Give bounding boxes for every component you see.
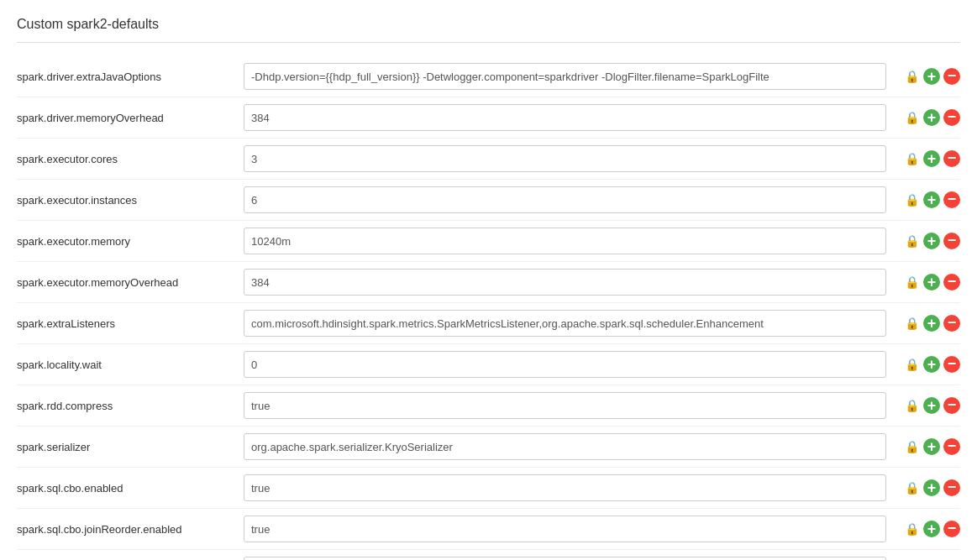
config-value-wrapper	[244, 392, 886, 419]
lock-icon: 🔒	[903, 481, 920, 495]
add-button[interactable]: +	[923, 397, 940, 414]
config-value-wrapper	[244, 557, 886, 560]
config-key: spark.driver.memoryOverhead	[17, 112, 244, 124]
config-value-wrapper	[244, 186, 886, 213]
lock-icon: 🔒	[903, 193, 920, 207]
table-row: spark.sql.cbo.enabled🔒+−	[17, 468, 960, 509]
config-key: spark.locality.wait	[17, 359, 244, 371]
config-value-input[interactable]	[244, 474, 886, 501]
remove-button[interactable]: −	[943, 356, 960, 373]
remove-button[interactable]: −	[943, 191, 960, 208]
config-value-wrapper	[244, 63, 886, 90]
config-actions: 🔒+−	[893, 274, 960, 290]
config-actions: 🔒+−	[893, 356, 960, 373]
add-button[interactable]: +	[923, 356, 940, 373]
config-value-input[interactable]	[244, 310, 886, 337]
config-key: spark.extraListeners	[17, 317, 244, 330]
config-actions: 🔒+−	[893, 438, 960, 455]
table-row: spark.driver.extraJavaOptions🔒+−	[17, 56, 960, 97]
config-actions: 🔒+−	[893, 191, 960, 208]
config-value-wrapper	[244, 474, 886, 501]
config-value-input[interactable]	[244, 145, 886, 172]
config-value-input[interactable]	[244, 392, 886, 419]
config-value-wrapper	[244, 269, 886, 296]
table-row: spark.executor.memoryOverhead🔒+−	[17, 262, 960, 303]
lock-icon: 🔒	[903, 152, 920, 165]
table-row: spark.sql.cbo.joinReorder.enabled🔒+−	[17, 509, 960, 550]
config-value-wrapper	[244, 310, 886, 337]
remove-button[interactable]: −	[943, 150, 960, 167]
lock-icon: 🔒	[903, 111, 920, 124]
config-value-input[interactable]	[244, 516, 886, 542]
config-key: spark.executor.instances	[17, 194, 244, 207]
config-value-input[interactable]	[244, 228, 886, 254]
remove-button[interactable]: −	[943, 438, 960, 455]
config-key: spark.serializer	[17, 441, 244, 453]
add-button[interactable]: +	[923, 191, 940, 208]
add-button[interactable]: +	[923, 274, 940, 290]
table-row: spark.serializer🔒+−	[17, 427, 960, 468]
remove-button[interactable]: −	[943, 397, 960, 414]
config-key: spark.executor.cores	[17, 153, 244, 165]
lock-icon: 🔒	[903, 234, 920, 248]
config-actions: 🔒+−	[893, 397, 960, 414]
config-actions: 🔒+−	[893, 479, 960, 496]
config-actions: 🔒+−	[893, 109, 960, 126]
config-value-wrapper	[244, 104, 886, 131]
table-row: spark.executor.instances🔒+−	[17, 180, 960, 221]
config-table: spark.driver.extraJavaOptions🔒+−spark.dr…	[17, 56, 960, 560]
add-button[interactable]: +	[923, 109, 940, 126]
add-button[interactable]: +	[923, 479, 940, 496]
config-value-wrapper	[244, 228, 886, 254]
add-button[interactable]: +	[923, 150, 940, 167]
config-value-wrapper	[244, 145, 886, 172]
table-row: spark.driver.memoryOverhead🔒+−	[17, 97, 960, 139]
table-row: spark.sql.crossJoin.enabled🔒+−	[17, 550, 960, 560]
config-actions: 🔒+−	[893, 521, 960, 537]
page-title: Custom spark2-defaults	[17, 17, 960, 43]
config-key: spark.rdd.compress	[17, 400, 244, 412]
remove-button[interactable]: −	[943, 274, 960, 290]
config-value-input[interactable]	[244, 269, 886, 296]
add-button[interactable]: +	[923, 315, 940, 332]
config-actions: 🔒+−	[893, 233, 960, 249]
config-key: spark.driver.extraJavaOptions	[17, 71, 244, 83]
config-value-input[interactable]	[244, 186, 886, 213]
config-value-input[interactable]	[244, 557, 886, 560]
config-actions: 🔒+−	[893, 150, 960, 167]
lock-icon: 🔒	[903, 399, 920, 412]
remove-button[interactable]: −	[943, 521, 960, 537]
config-value-input[interactable]	[244, 63, 886, 90]
add-button[interactable]: +	[923, 233, 940, 249]
remove-button[interactable]: −	[943, 233, 960, 249]
remove-button[interactable]: −	[943, 109, 960, 126]
config-actions: 🔒+−	[893, 315, 960, 332]
config-value-wrapper	[244, 516, 886, 542]
config-actions: 🔒+−	[893, 68, 960, 85]
remove-button[interactable]: −	[943, 479, 960, 496]
lock-icon: 🔒	[903, 317, 920, 330]
config-key: spark.sql.cbo.enabled	[17, 482, 244, 495]
add-button[interactable]: +	[923, 68, 940, 85]
remove-button[interactable]: −	[943, 315, 960, 332]
config-value-input[interactable]	[244, 433, 886, 460]
table-row: spark.locality.wait🔒+−	[17, 344, 960, 385]
config-key: spark.sql.cbo.joinReorder.enabled	[17, 523, 244, 536]
config-value-input[interactable]	[244, 104, 886, 131]
config-key: spark.executor.memoryOverhead	[17, 276, 244, 289]
add-button[interactable]: +	[923, 521, 940, 537]
table-row: spark.executor.cores🔒+−	[17, 139, 960, 180]
config-value-input[interactable]	[244, 351, 886, 378]
lock-icon: 🔒	[903, 440, 920, 453]
table-row: spark.executor.memory🔒+−	[17, 221, 960, 262]
config-value-wrapper	[244, 433, 886, 460]
lock-icon: 🔒	[903, 522, 920, 536]
remove-button[interactable]: −	[943, 68, 960, 85]
table-row: spark.extraListeners🔒+−	[17, 303, 960, 344]
add-button[interactable]: +	[923, 438, 940, 455]
lock-icon: 🔒	[903, 275, 920, 289]
config-value-wrapper	[244, 351, 886, 378]
lock-icon: 🔒	[903, 70, 920, 83]
lock-icon: 🔒	[903, 358, 920, 371]
config-key: spark.executor.memory	[17, 235, 244, 248]
